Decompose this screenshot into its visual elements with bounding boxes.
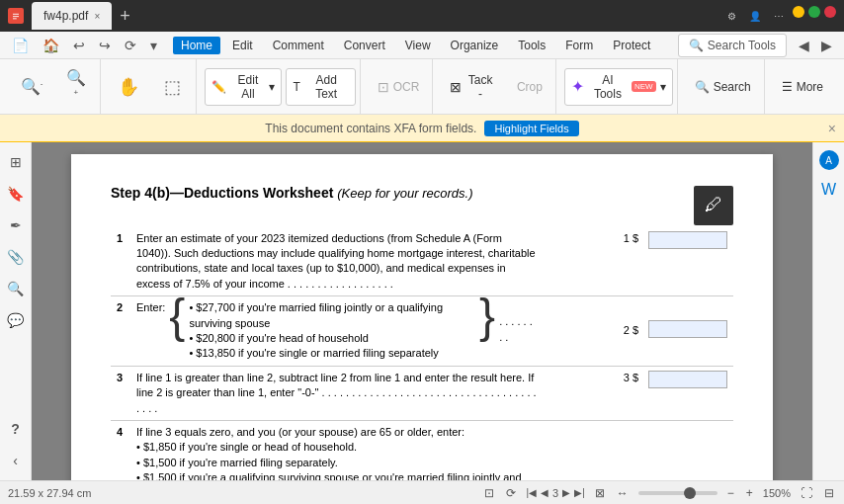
zoom-in-button[interactable]: 🔍+ bbox=[55, 63, 96, 110]
row-1-number: 1 bbox=[111, 227, 130, 296]
signature-panel-icon[interactable]: ✒ bbox=[4, 213, 28, 237]
more-button[interactable]: ☰ More bbox=[773, 75, 832, 99]
status-bar: 21.59 x 27.94 cm ⊡ ⟳ |◀ ◀ 3 ▶ ▶| ⊠ ↔ − +… bbox=[0, 480, 844, 504]
prev-page-button[interactable]: ◀ bbox=[541, 487, 549, 498]
ai-tools-button[interactable]: ✦ AI Tools NEW ▾ bbox=[564, 68, 673, 106]
nav-back-button[interactable]: ◀ bbox=[795, 36, 813, 55]
row-3-input-box[interactable] bbox=[648, 371, 727, 388]
ocr-label: OCR bbox=[393, 80, 420, 94]
more-icon: ☰ bbox=[782, 80, 793, 94]
right-panel-icon-2[interactable]: W bbox=[817, 178, 841, 202]
title-bar: fw4p.pdf × + ⚙ 👤 ⋯ bbox=[0, 0, 844, 32]
last-page-button[interactable]: ▶| bbox=[574, 487, 585, 498]
add-text-icon: T bbox=[293, 80, 299, 94]
more-group: ☰ More bbox=[769, 59, 836, 114]
ocr-button[interactable]: ⊡ OCR bbox=[369, 74, 429, 100]
bullet-item-2: • $20,800 if you're head of household bbox=[189, 331, 475, 346]
more-icon-button[interactable]: ▾ bbox=[146, 36, 161, 55]
row-1-input-box[interactable] bbox=[648, 231, 727, 249]
notification-close-button[interactable]: × bbox=[828, 121, 836, 136]
row-2-input-box[interactable] bbox=[648, 320, 727, 338]
left-bracket: { bbox=[169, 293, 185, 340]
zoom-out-status-button[interactable]: − bbox=[725, 486, 736, 500]
thumbnail-panel-icon[interactable]: ⊞ bbox=[4, 150, 28, 174]
right-panel-badge[interactable]: A bbox=[819, 150, 839, 170]
hand-tool-button[interactable]: ✋ bbox=[109, 71, 148, 103]
worksheet-table: 1 Enter an estimate of your 2023 itemize… bbox=[111, 227, 733, 480]
row-3-number: 3 bbox=[111, 366, 130, 420]
crop-status-button[interactable]: ⊠ bbox=[593, 486, 607, 500]
select-icon: ⬚ bbox=[164, 76, 181, 98]
main-area: ⊞ 🔖 ✒ 📎 🔍 💬 ? ‹ Step 4(b)—Deductions Wor… bbox=[0, 142, 844, 480]
add-text-button[interactable]: T Add Text bbox=[286, 68, 355, 106]
view-mode-button[interactable]: ⊟ bbox=[822, 486, 836, 500]
left-sidebar: ⊞ 🔖 ✒ 📎 🔍 💬 ? ‹ bbox=[0, 142, 32, 480]
search-panel-icon[interactable]: 🔍 bbox=[4, 277, 28, 300]
menu-protect[interactable]: Protect bbox=[605, 37, 658, 54]
fit-width-button[interactable]: ↔ bbox=[615, 486, 631, 500]
document-area[interactable]: Step 4(b)—Deductions Worksheet (Keep for… bbox=[32, 142, 812, 480]
zoom-slider[interactable] bbox=[638, 491, 717, 495]
menu-tools[interactable]: Tools bbox=[510, 37, 553, 54]
help-icon[interactable]: ? bbox=[4, 417, 28, 441]
zoom-in-status-button[interactable]: + bbox=[744, 486, 755, 500]
title-bold: Step 4(b)—Deductions Worksheet bbox=[111, 185, 333, 201]
menu-form[interactable]: Form bbox=[557, 37, 601, 54]
rotate-button[interactable]: ⟳ bbox=[504, 486, 518, 500]
nav-forward-button[interactable]: ▶ bbox=[817, 36, 836, 55]
table-row: 3 If line 1 is greater than line 2, subt… bbox=[111, 366, 733, 420]
row-4-input bbox=[642, 420, 733, 480]
bookmark-panel-icon[interactable]: 🔖 bbox=[4, 182, 28, 206]
svg-rect-3 bbox=[13, 18, 17, 19]
document-title: Step 4(b)—Deductions Worksheet (Keep for… bbox=[111, 184, 473, 211]
table-row: 2 Enter: { • $27,700 if you're married f… bbox=[111, 296, 733, 367]
menu-comment[interactable]: Comment bbox=[265, 37, 332, 54]
search-tools-button[interactable]: 🔍 Search Tools bbox=[678, 34, 787, 57]
ai-badge: NEW bbox=[632, 81, 656, 92]
row-2-input bbox=[642, 296, 733, 367]
bullet-item-1: • $27,700 if you're married filing joint… bbox=[189, 300, 475, 331]
select-tool-button[interactable]: ⬚ bbox=[152, 71, 192, 103]
forward-icon-button[interactable]: ↪ bbox=[95, 36, 115, 55]
search-label: Search bbox=[714, 80, 751, 94]
search-button[interactable]: 🔍 Search bbox=[686, 75, 760, 99]
first-page-button[interactable]: |◀ bbox=[526, 487, 537, 498]
window-controls: ⚙ 👤 ⋯ bbox=[721, 6, 836, 26]
menu-view[interactable]: View bbox=[397, 37, 439, 54]
collapse-sidebar-icon[interactable]: ‹ bbox=[4, 449, 28, 472]
window-settings-icon[interactable]: ⚙ bbox=[721, 6, 741, 26]
row-3-line-num: 3 $ bbox=[544, 366, 642, 420]
ocr-icon: ⊡ bbox=[378, 79, 389, 95]
document-page: Step 4(b)—Deductions Worksheet (Keep for… bbox=[71, 154, 773, 480]
row-1-line-num: 1 $ bbox=[544, 227, 642, 296]
next-page-button[interactable]: ▶ bbox=[562, 487, 570, 498]
row-2-number: 2 bbox=[111, 296, 130, 367]
fit-page-button[interactable]: ⊡ bbox=[482, 486, 496, 500]
menu-home[interactable]: Home bbox=[173, 37, 220, 54]
new-tab-button[interactable]: + bbox=[112, 6, 138, 27]
window-user-icon[interactable]: 👤 bbox=[745, 6, 765, 26]
crop-sub-button[interactable]: Crop bbox=[508, 75, 551, 99]
minimize-button[interactable] bbox=[793, 6, 804, 18]
pdf-tab[interactable]: fw4p.pdf × bbox=[32, 2, 112, 30]
back-icon-button[interactable]: ↩ bbox=[69, 36, 89, 55]
refresh-icon-button[interactable]: ⟳ bbox=[121, 36, 140, 55]
highlight-fields-button[interactable]: Highlight Fields bbox=[484, 121, 578, 136]
attachment-panel-icon[interactable]: 📎 bbox=[4, 245, 28, 269]
search-icon: 🔍 bbox=[689, 39, 704, 52]
fullscreen-button[interactable]: ⛶ bbox=[799, 486, 814, 500]
maximize-button[interactable] bbox=[808, 6, 820, 18]
comment-panel-icon[interactable]: 💬 bbox=[4, 308, 28, 332]
menu-organize[interactable]: Organize bbox=[443, 37, 507, 54]
crop-button[interactable]: ⊠ Tack - bbox=[441, 68, 504, 106]
file-icon-button[interactable]: 📄 bbox=[8, 36, 33, 55]
window-more-icon[interactable]: ⋯ bbox=[769, 6, 789, 26]
menu-convert[interactable]: Convert bbox=[336, 37, 393, 54]
close-button[interactable] bbox=[824, 6, 836, 18]
hand-icon: ✋ bbox=[118, 76, 139, 98]
menu-edit[interactable]: Edit bbox=[224, 37, 261, 54]
home-icon-button[interactable]: 🏠 bbox=[39, 36, 63, 55]
zoom-out-button[interactable]: 🔍- bbox=[12, 72, 51, 101]
tab-close-icon[interactable]: × bbox=[94, 11, 100, 22]
edit-all-button[interactable]: ✏️ Edit All ▾ bbox=[205, 68, 282, 106]
